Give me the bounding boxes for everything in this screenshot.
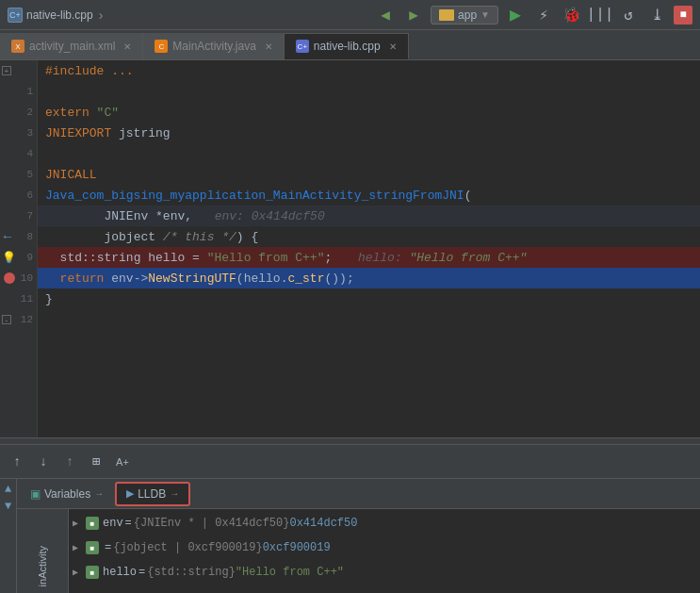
profile-button[interactable]: ||| bbox=[589, 4, 611, 26]
gutter-line-6: 6 bbox=[0, 185, 37, 206]
debug-text-btn[interactable]: A+ bbox=[111, 451, 134, 473]
gutter-line-2: 2 bbox=[0, 102, 37, 123]
toolbar-actions: ◀ ▶ app ▼ ▶ ⚡ 🐞 ||| ↺ ⤓ ■ bbox=[374, 4, 692, 26]
gutter-line-fold: + bbox=[0, 60, 37, 81]
tree-type-jobject: {jobject | 0xcf900019} bbox=[113, 541, 262, 554]
toolbar-filename: native-lib.cpp bbox=[26, 8, 93, 22]
in-activity-panel: inActivity bbox=[17, 509, 69, 593]
gutter-line-10: 10 bbox=[0, 268, 37, 288]
lldb-tab-arrow: → bbox=[170, 488, 179, 499]
tree-val-jobject: 0xcf900019 bbox=[263, 541, 331, 554]
tree-type-hello: {std::string} bbox=[147, 566, 236, 579]
gutter-line-7: 7 bbox=[0, 206, 37, 226]
code-content[interactable]: #include ... extern "C" JNIEXPORT jstrin… bbox=[38, 60, 700, 437]
in-activity-label: inActivity bbox=[37, 546, 48, 586]
code-line-jniexport: JNIEXPORT jstring bbox=[38, 123, 700, 143]
execution-arrow: ← bbox=[0, 229, 15, 244]
variables-tab[interactable]: ▣ Variables → bbox=[21, 482, 113, 506]
tree-arrow-hello: ▶ bbox=[73, 567, 86, 578]
breakpoint-icon[interactable] bbox=[4, 272, 15, 284]
debug-main: ▣ Variables → ▶ LLDB → inActivity bbox=[17, 479, 700, 593]
code-line-return: return env->NewStringUTF(hello.c_str()); bbox=[38, 268, 700, 288]
variables-tab-arrow: → bbox=[94, 488, 104, 499]
debug-button[interactable]: 🐞 bbox=[561, 4, 583, 26]
tree-arrow-jobject: ▶ bbox=[73, 542, 86, 553]
gutter-line-4: 4 bbox=[0, 143, 37, 164]
editor-tabs: X activity_main.xml ✕ C MainActivity.jav… bbox=[0, 30, 700, 60]
fold-icon-2[interactable]: - bbox=[2, 315, 11, 324]
line-gutter: + 1 2 3 4 5 6 7 ← 8 💡 9 10 11 - 12 bbox=[0, 60, 38, 437]
app-label: app bbox=[458, 8, 477, 22]
tab-close-native-lib[interactable]: ✕ bbox=[389, 41, 397, 52]
code-line-blank2 bbox=[38, 143, 700, 164]
back-button[interactable]: ◀ bbox=[374, 4, 397, 26]
panel-separator bbox=[0, 437, 700, 445]
download-button[interactable]: ⤓ bbox=[645, 4, 668, 26]
debug-up-btn[interactable]: ↑ bbox=[6, 451, 28, 473]
stop-button[interactable]: ■ bbox=[674, 6, 692, 25]
tree-eq-env: = bbox=[125, 517, 132, 530]
gutter-line-3: 3 bbox=[0, 123, 37, 143]
variables-label: Variables bbox=[44, 487, 90, 501]
folder-icon bbox=[439, 9, 454, 21]
loop-button[interactable]: ↺ bbox=[617, 4, 640, 26]
toolbar-separator: › bbox=[99, 8, 104, 23]
tree-icon-hello: ■ bbox=[86, 566, 99, 579]
java-icon: C bbox=[155, 40, 168, 53]
debug-up2-btn[interactable]: ↑ bbox=[58, 451, 81, 473]
gutter-line-5: 5 bbox=[0, 164, 37, 185]
lldb-tab[interactable]: ▶ LLDB → bbox=[115, 482, 190, 506]
chevron-down-icon: ▼ bbox=[480, 9, 490, 20]
gutter-line-11: 11 bbox=[0, 288, 37, 309]
tab-mainactivity-java[interactable]: C MainActivity.java ✕ bbox=[143, 33, 284, 59]
code-line-funcname: Java_com_bigsing_myapplication_MainActiv… bbox=[38, 185, 700, 206]
forward-button[interactable]: ▶ bbox=[402, 4, 425, 26]
lldb-label: LLDB bbox=[138, 487, 166, 501]
debug-panel-tabs: ▣ Variables → ▶ LLDB → bbox=[17, 479, 700, 509]
fold-icon[interactable]: + bbox=[2, 66, 11, 75]
code-line-jnienv: JNIEnv *env, env: 0x414dcf50 bbox=[38, 206, 700, 226]
gutter-line-1: 1 bbox=[0, 81, 37, 102]
code-line-close: } bbox=[38, 288, 700, 309]
tree-type-env: {JNIEnv * | 0x414dcf50} bbox=[134, 517, 290, 530]
cpp-file-icon: C+ bbox=[8, 8, 23, 23]
code-line-jnicall: JNICALL bbox=[38, 164, 700, 185]
flash-button[interactable]: ⚡ bbox=[532, 4, 555, 26]
gutter-line-9: 💡 9 bbox=[0, 247, 37, 268]
tree-name-env: env bbox=[103, 517, 123, 530]
tree-icon-jobject: ■ bbox=[86, 541, 99, 554]
tree-name-hello: hello bbox=[103, 566, 137, 579]
bulb-icon[interactable]: 💡 bbox=[2, 251, 16, 265]
tab-label-activity-main: activity_main.xml bbox=[29, 40, 115, 53]
tree-val-hello: "Hello from C++" bbox=[236, 566, 344, 579]
app-dropdown[interactable]: app ▼ bbox=[431, 6, 498, 25]
tab-activity-main-xml[interactable]: X activity_main.xml ✕ bbox=[0, 33, 143, 59]
tree-icon-env: ■ bbox=[86, 517, 99, 530]
tree-val-env: 0x414dcf50 bbox=[289, 517, 357, 530]
tab-close-activity-main[interactable]: ✕ bbox=[123, 41, 131, 52]
tree-row-jobject[interactable]: ▶ ■ = {jobject | 0xcf900019} 0xcf900019 bbox=[69, 535, 700, 560]
run-button[interactable]: ▶ bbox=[504, 4, 527, 26]
toolbar: C+ native-lib.cpp › ◀ ▶ app ▼ ▶ ⚡ 🐞 ||| … bbox=[0, 0, 700, 30]
tree-row-hello[interactable]: ▶ ■ hello = {std::string} "Hello from C+… bbox=[69, 560, 700, 585]
code-line-string-decl: std::string hello = "Hello from C++"; he… bbox=[38, 247, 700, 268]
tab-label-native-lib: native-lib.cpp bbox=[314, 40, 381, 53]
xml-icon: X bbox=[11, 40, 24, 53]
debug-grid-btn[interactable]: ⊞ bbox=[85, 451, 107, 473]
debug-nav-up[interactable]: ▲ bbox=[2, 483, 15, 496]
debug-tree: ▶ ■ env = {JNIEnv * | 0x414dcf50} 0x414d… bbox=[69, 509, 700, 593]
gutter-line-8: ← 8 bbox=[0, 226, 37, 247]
toolbar-file: C+ native-lib.cpp › bbox=[8, 8, 105, 23]
tree-eq-jobject: = bbox=[105, 541, 111, 554]
debug-left-nav: ▲ ▼ bbox=[0, 479, 17, 593]
gutter-line-12: - 12 bbox=[0, 309, 37, 330]
tab-close-mainactivity[interactable]: ✕ bbox=[265, 41, 272, 52]
tab-label-mainactivity: MainActivity.java bbox=[172, 40, 255, 53]
debug-toolbar: ↑ ↓ ↑ ⊞ A+ bbox=[0, 445, 700, 479]
cpp-icon: C+ bbox=[296, 40, 309, 53]
debug-panel: ↑ ↓ ↑ ⊞ A+ ▲ ▼ ▣ Variables → ▶ LLDB → bbox=[0, 445, 700, 593]
debug-nav-down[interactable]: ▼ bbox=[2, 500, 15, 513]
tab-native-lib-cpp[interactable]: C+ native-lib.cpp ✕ bbox=[285, 33, 409, 59]
debug-down-btn[interactable]: ↓ bbox=[32, 451, 55, 473]
tree-row-env[interactable]: ▶ ■ env = {JNIEnv * | 0x414dcf50} 0x414d… bbox=[69, 511, 700, 535]
